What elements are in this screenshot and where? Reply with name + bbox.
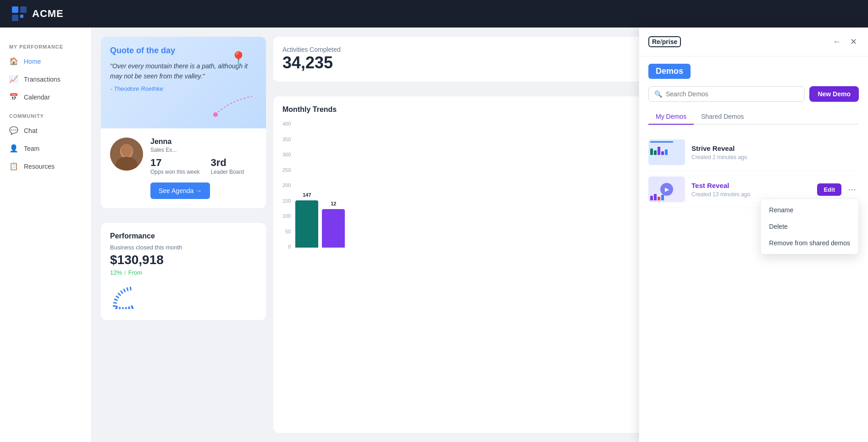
context-menu-delete[interactable]: Delete	[761, 218, 858, 235]
performance-title: Performance	[110, 232, 257, 240]
tab-my-demos[interactable]: My Demos	[648, 109, 694, 125]
sidebar-item-team[interactable]: 👤 Team	[0, 139, 91, 157]
bar-purple-1: 12	[322, 209, 345, 248]
y-350: 350	[282, 137, 291, 142]
reprise-prise: prise	[662, 38, 677, 45]
sidebar-item-calendar[interactable]: 📅 Calendar	[0, 88, 91, 106]
see-agenda-button[interactable]: See Agenda →	[150, 182, 210, 199]
search-icon: 🔍	[654, 90, 662, 98]
avatar	[110, 138, 143, 171]
svg-rect-3	[20, 15, 23, 18]
left-panel: Quote of the day "Over every mountain th…	[101, 37, 266, 433]
search-input[interactable]	[666, 90, 799, 98]
team-icon: 👤	[9, 144, 18, 153]
quote-card-bottom: Jenna Sales Ex... 17 Opps won this week …	[101, 128, 266, 208]
sidebar-label-chat: Chat	[24, 127, 38, 134]
bars-container: 147 12	[295, 121, 345, 249]
sidebar-item-transactions[interactable]: 📈 Transactions	[0, 70, 91, 88]
top-nav: ACME	[0, 0, 868, 28]
context-menu-rename[interactable]: Rename	[761, 202, 858, 218]
sidebar-label-calendar: Calendar	[24, 94, 50, 101]
new-demo-button[interactable]: New Demo	[809, 86, 859, 102]
performance-growth: 12% ↑ From	[110, 269, 257, 276]
sidebar-label-home: Home	[24, 58, 41, 65]
demo-name-test: Test Reveal	[691, 182, 811, 189]
home-icon: 🏠	[9, 57, 18, 66]
stat-leader: 3rd Leader Board	[210, 157, 244, 175]
calendar-icon: 📅	[9, 93, 18, 101]
reprise-logo: Re / prise	[648, 36, 681, 47]
sidebar-label-resources: Resources	[24, 163, 55, 170]
reprise-overlay: Re / prise ← ✕ Demos 🔍 New Demo My Demos…	[639, 28, 868, 442]
logo-text: ACME	[32, 8, 64, 20]
reprise-close-button[interactable]: ✕	[848, 35, 859, 49]
bar-group-2: 12	[322, 209, 345, 249]
reprise-back-button[interactable]: ←	[831, 35, 843, 49]
trends-title: Monthly Trends	[282, 105, 337, 114]
see-agenda-label: See Agenda →	[159, 187, 202, 194]
sidebar-section-performance: MY PERFORMANCE 🏠 Home 📈 Transactions 📅 C…	[0, 37, 91, 106]
bar-value-2: 12	[331, 201, 336, 206]
logo-area: ACME	[11, 6, 64, 22]
bar-value-1: 147	[303, 192, 311, 198]
bar-teal-1: 147	[295, 200, 318, 248]
y-300: 300	[282, 152, 291, 157]
reprise-nav-btns: ← ✕	[831, 35, 859, 49]
activities-label: Activities Completed	[282, 46, 341, 53]
context-menu-remove-shared[interactable]: Remove from shared demos	[761, 235, 858, 251]
quote-author: - Theodore Roethke	[110, 85, 257, 92]
activities-info: Activities Completed 34,235	[282, 46, 341, 72]
stat-leader-num: 3rd	[210, 157, 244, 169]
user-role: Sales Ex...	[150, 147, 257, 153]
sidebar-section-community: COMMUNITY 💬 Chat 👤 Team 📋 Resources	[0, 106, 91, 175]
activities-number: 34,235	[282, 53, 341, 72]
tabs-row: My Demos Shared Demos	[648, 109, 859, 125]
bar-group-1: 147	[295, 200, 318, 249]
svg-point-4	[213, 112, 218, 117]
y-250: 250	[282, 167, 291, 173]
sidebar-item-chat[interactable]: 💬 Chat	[0, 122, 91, 139]
sidebar-item-home[interactable]: 🏠 Home	[0, 52, 91, 70]
reprise-header: Re / prise ← ✕	[639, 28, 868, 56]
demo-thumb-test: ▶	[648, 177, 685, 202]
y-0: 0	[282, 244, 291, 249]
y-100: 100	[282, 213, 291, 219]
demo-name-strive: Strive Reveal	[691, 144, 859, 152]
thumb-dashboard-test: ▶	[648, 177, 685, 202]
reprise-re: Re	[652, 38, 660, 45]
acme-logo-icon	[11, 6, 28, 22]
performance-subtitle: Business closed this month	[110, 244, 257, 251]
stat-opps-label: Opps won this week	[150, 169, 199, 175]
edit-button[interactable]: Edit	[817, 183, 841, 196]
stat-leader-label: Leader Board	[210, 169, 244, 175]
quote-card-top: Quote of the day "Over every mountain th…	[101, 37, 266, 128]
thumb-dashboard-strive	[648, 139, 685, 165]
y-200: 200	[282, 182, 291, 188]
tab-shared-demos[interactable]: Shared Demos	[694, 109, 751, 125]
section-label-community: COMMUNITY	[0, 106, 91, 122]
more-button[interactable]: ⋯	[845, 182, 859, 196]
svg-rect-2	[12, 15, 18, 21]
y-400: 400	[282, 121, 291, 127]
demos-badge: Demos	[648, 64, 691, 79]
donut-chart	[110, 282, 257, 311]
quote-card: Quote of the day "Over every mountain th…	[101, 37, 266, 208]
context-menu: Rename Delete Remove from shared demos	[760, 199, 859, 254]
resources-icon: 📋	[9, 162, 18, 171]
demo-item-test: ▶ Test Reveal Created 13 minutes ago Edi…	[648, 171, 859, 208]
transactions-icon: 📈	[9, 75, 18, 83]
demo-item-strive: Strive Reveal Created 2 minutes ago	[648, 134, 859, 171]
sidebar-item-resources[interactable]: 📋 Resources	[0, 157, 91, 175]
demo-actions-test: Edit ⋯	[817, 182, 859, 196]
demo-info-test: Test Reveal Created 13 minutes ago	[691, 182, 811, 198]
stat-opps-num: 17	[150, 157, 199, 169]
y-50: 50	[282, 229, 291, 234]
chat-icon: 💬	[9, 126, 18, 135]
reprise-body: Demos 🔍 New Demo My Demos Shared Demos	[639, 56, 868, 442]
demo-meta-strive: Created 2 minutes ago	[691, 154, 859, 160]
y-axis: 400 350 300 250 200 150 100 50 0	[282, 121, 291, 249]
search-box: 🔍	[648, 86, 805, 102]
svg-rect-1	[20, 6, 27, 13]
sidebar-label-transactions: Transactions	[24, 76, 61, 83]
user-name: Jenna	[150, 138, 257, 146]
